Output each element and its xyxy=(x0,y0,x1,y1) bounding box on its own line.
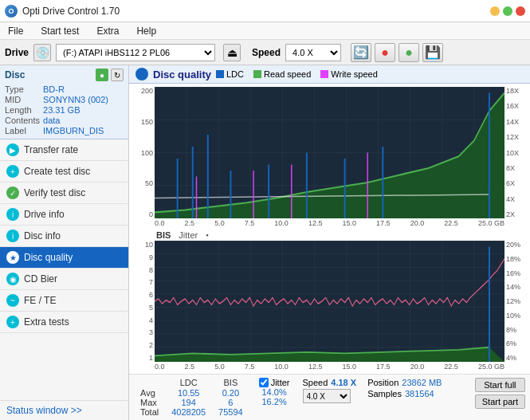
write-speed-legend-label: Write speed xyxy=(331,69,378,79)
maximize-button[interactable] xyxy=(503,6,512,16)
green-button[interactable]: ● xyxy=(398,43,419,62)
read-speed-legend-dot xyxy=(253,70,261,78)
chart-area: Disc quality LDC Read speed Write speed xyxy=(129,65,530,420)
disc-icon: ● xyxy=(96,69,108,81)
close-button[interactable] xyxy=(516,6,525,16)
menu-file[interactable]: File xyxy=(3,24,28,38)
jitter-dot: ▪ xyxy=(206,231,208,239)
window-controls xyxy=(490,6,525,16)
speed-select[interactable]: 4.0 X xyxy=(285,44,341,61)
speed-options-select[interactable]: 4.0 X xyxy=(303,389,351,403)
lower-chart-section: BIS Jitter ▪ 10 9 8 7 6 5 4 3 2 xyxy=(132,230,527,371)
stats-row-avg: Avg 10.55 0.20 xyxy=(134,388,249,398)
ldc-header: LDC xyxy=(165,378,212,388)
upper-chart-wrapper: 200 150 100 50 0 xyxy=(132,87,527,218)
extra-tests-icon: + xyxy=(6,316,19,328)
drive-info-icon: i xyxy=(6,208,19,221)
nav-disc-info[interactable]: i Disc info xyxy=(0,226,128,247)
jitter-label-lower: Jitter xyxy=(179,230,198,240)
lower-x-axis: 0.0 2.5 5.0 7.5 10.0 12.5 15.0 17.5 20.0… xyxy=(132,362,527,371)
nav-fe-te[interactable]: ~ FE / TE xyxy=(0,290,128,312)
upper-y-axis-right: 18X 16X 14X 12X 10X 8X 6X 4X 2X xyxy=(504,87,527,218)
read-speed-legend-label: Read speed xyxy=(264,69,311,79)
verify-icon: ✓ xyxy=(6,186,19,199)
minimize-button[interactable] xyxy=(490,6,500,16)
title-bar: O Opti Drive Control 1.70 xyxy=(0,0,530,22)
status-window-btn[interactable]: Status window >> xyxy=(0,400,128,420)
drive-select[interactable]: (F:) ATAPI iHBS112 2 PL06 xyxy=(56,44,215,61)
menu-help[interactable]: Help xyxy=(132,24,161,38)
fe-te-icon: ~ xyxy=(6,294,19,307)
upper-y-axis-left: 200 150 100 50 0 xyxy=(132,87,155,218)
nav-verify-test-disc[interactable]: ✓ Verify test disc xyxy=(0,183,128,204)
svg-rect-31 xyxy=(155,241,504,362)
lower-chart-svg xyxy=(155,241,504,362)
disc-length-key: Length xyxy=(5,105,40,115)
charts-container: 200 150 100 50 0 xyxy=(129,84,530,374)
bis-header: BIS xyxy=(212,378,249,388)
transfer-rate-icon: ▶ xyxy=(6,143,19,156)
speed-label: Speed xyxy=(252,47,281,58)
cd-bier-icon: ◉ xyxy=(6,273,19,285)
stats-row-total: Total 4028205 75594 xyxy=(134,407,249,417)
disc-mid-val: SONYNN3 (002) xyxy=(43,95,124,104)
sidebar: Disc ● ↻ Type BD-R MID SONYNN3 (002) Len… xyxy=(0,65,129,420)
stats-area: LDC BIS Avg 10.55 0.20 Max 194 6 xyxy=(129,374,530,420)
chart-legend: LDC Read speed Write speed xyxy=(216,69,378,79)
refresh-button[interactable]: 🔄 xyxy=(351,43,371,62)
start-buttons: Start full Start part xyxy=(475,378,525,409)
write-speed-legend-dot xyxy=(320,70,328,78)
lower-chart-wrapper: 10 9 8 7 6 5 4 3 2 1 xyxy=(132,241,527,362)
nav-transfer-rate[interactable]: ▶ Transfer rate xyxy=(0,139,128,161)
app-title: Opti Drive Control 1.70 xyxy=(22,6,120,17)
disc-contents-val[interactable]: data xyxy=(43,116,124,125)
disc-info-icon: i xyxy=(6,230,19,242)
start-part-button[interactable]: Start part xyxy=(475,394,525,409)
disc-info-grid: Type BD-R MID SONYNN3 (002) Length 23.31… xyxy=(5,84,124,135)
drive-bar: Drive 💿 (F:) ATAPI iHBS112 2 PL06 ⏏ Spee… xyxy=(0,40,530,65)
jitter-avg: 14.0% xyxy=(261,387,286,397)
menu-start-test[interactable]: Start test xyxy=(36,24,84,38)
menu-bar: File Start test Extra Help xyxy=(0,22,530,40)
nav-extra-tests[interactable]: + Extra tests xyxy=(0,312,128,333)
eject-button[interactable]: ⏏ xyxy=(223,44,241,61)
chart-title: Disc quality xyxy=(153,69,211,80)
samples-value: 381564 xyxy=(405,389,434,398)
stats-table: LDC BIS Avg 10.55 0.20 Max 194 6 xyxy=(134,378,249,417)
ldc-legend-dot xyxy=(216,70,224,78)
main-layout: Disc ● ↻ Type BD-R MID SONYNN3 (002) Len… xyxy=(0,65,530,420)
menu-extra[interactable]: Extra xyxy=(92,24,124,38)
disc-label-key: Label xyxy=(5,126,40,135)
start-full-button[interactable]: Start full xyxy=(475,378,525,392)
disc-label-val: IMGBURN_DIS xyxy=(43,126,124,135)
upper-chart-svg xyxy=(155,87,504,218)
jitter-checkbox[interactable] xyxy=(259,378,269,387)
nav-create-test-disc[interactable]: + Create test disc xyxy=(0,161,128,183)
nav-cd-bier[interactable]: ◉ CD Bier xyxy=(0,269,128,290)
upper-chart-section: 200 150 100 50 0 xyxy=(132,87,527,227)
app-icon: O xyxy=(5,5,18,18)
chart-icon xyxy=(135,68,148,80)
red-button[interactable]: ● xyxy=(375,43,395,62)
disc-type-val: BD-R xyxy=(43,84,124,94)
ldc-legend-label: LDC xyxy=(226,69,244,79)
bis-label: BIS xyxy=(156,230,171,240)
position-samples-section: Position 23862 MB Samples 381564 xyxy=(367,378,442,398)
disc-contents-key: Contents xyxy=(5,116,40,125)
disc-info-title: Disc xyxy=(5,69,25,80)
disc-quality-icon: ★ xyxy=(6,251,19,264)
nav-drive-info[interactable]: i Drive info xyxy=(0,204,128,226)
lower-y-axis-left: 10 9 8 7 6 5 4 3 2 1 xyxy=(132,241,155,362)
jitter-max: 16.2% xyxy=(261,397,286,406)
nav-disc-quality[interactable]: ★ Disc quality xyxy=(0,247,128,269)
disc-type-key: Type xyxy=(5,84,40,94)
jitter-section: Jitter 14.0% 16.2% xyxy=(259,378,290,406)
position-value: 23862 MB xyxy=(402,378,442,387)
save-button[interactable]: 💾 xyxy=(422,43,443,62)
disc-refresh[interactable]: ↻ xyxy=(111,69,124,81)
disc-length-val: 23.31 GB xyxy=(43,105,124,115)
speed-value: 4.18 X xyxy=(331,378,356,387)
drive-label: Drive xyxy=(5,47,29,58)
drive-icon: 💿 xyxy=(33,44,51,61)
stats-row-max: Max 194 6 xyxy=(134,398,249,407)
